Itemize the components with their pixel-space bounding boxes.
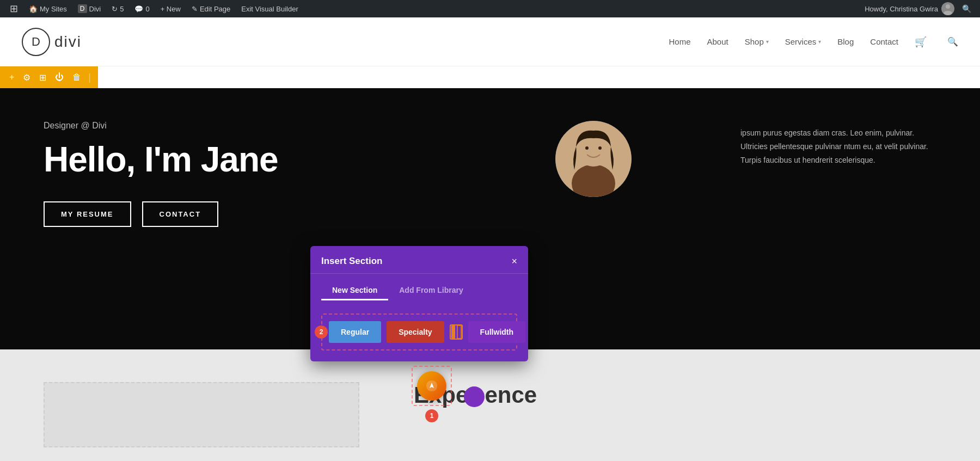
nav-about[interactable]: About: [707, 37, 728, 46]
wp-icon: ⊞: [10, 3, 18, 15]
fullwidth-button[interactable]: Fullwidth: [468, 321, 525, 343]
hero-avatar: [555, 121, 632, 197]
site-header: D divi Home About Shop ▾ Services ▾ Blog…: [0, 17, 980, 66]
section-options: Regular Specialty Fullwidth: [321, 314, 517, 351]
search-icon[interactable]: 🔍: [947, 36, 958, 47]
shop-chevron: ▾: [766, 39, 769, 45]
new-item[interactable]: + New: [155, 0, 186, 17]
modal-tabs: New Section Add From Library: [310, 274, 528, 306]
add-section-button[interactable]: [417, 371, 446, 401]
add-icon[interactable]: +: [7, 70, 17, 84]
logo-name: divi: [54, 33, 82, 51]
hero-body-text: ipsum purus egestas diam cras. Leo enim,…: [740, 126, 936, 168]
logo-letter: D: [32, 35, 40, 49]
updates-item[interactable]: ↻ 5: [106, 0, 129, 17]
hero-right: ipsum purus egestas diam cras. Leo enim,…: [719, 121, 936, 317]
contact-button[interactable]: CONTACT: [142, 201, 219, 227]
exit-visual-builder-item[interactable]: Exit Visual Builder: [236, 0, 304, 17]
admin-search-icon[interactable]: 🔍: [958, 4, 976, 13]
nav-services[interactable]: Services ▾: [785, 37, 822, 46]
logo-circle: D: [22, 28, 50, 56]
svg-rect-8: [457, 325, 461, 339]
modal-body: 2 Regular Specialty Fullwidth: [310, 306, 528, 361]
insert-section-modal[interactable]: Insert Section × New Section Add From Li…: [310, 246, 528, 361]
modal-header: Insert Section ×: [310, 246, 528, 274]
more-options-icon[interactable]: ⋮: [95, 70, 109, 85]
updates-count: 5: [120, 5, 124, 13]
comments-item[interactable]: 💬 0: [129, 0, 155, 17]
svg-point-6: [598, 146, 602, 150]
my-sites-label: My Sites: [40, 5, 67, 13]
admin-bar: ⊞ 🏠 My Sites D Divi ↻ 5 💬 0 + New ✎ Edit…: [0, 0, 980, 17]
nav-home[interactable]: Home: [669, 37, 690, 46]
edit-page-item[interactable]: ✎ Edit Page: [186, 0, 236, 17]
divi-item[interactable]: D Divi: [72, 0, 106, 17]
second-right: Expeence: [392, 382, 936, 408]
howdy-text: Howdy, Christina Gwira: [865, 5, 938, 13]
wp-logo-item[interactable]: ⊞: [4, 0, 23, 17]
updates-icon: ↻: [112, 5, 118, 13]
add-btn-dashed-box: [412, 366, 452, 406]
badge-1: 1: [425, 409, 438, 422]
my-sites-item[interactable]: 🏠 My Sites: [23, 0, 72, 17]
tab-new-section[interactable]: New Section: [321, 281, 388, 300]
main-content: Designer @ Divi Hello, I'm Jane MY RESUM…: [0, 88, 980, 461]
exit-visual-builder-label: Exit Visual Builder: [241, 5, 298, 13]
builder-toolbar: + ⚙ ⊞ ⏻ 🗑 | ⋮: [0, 66, 98, 88]
nav-contact[interactable]: Contact: [870, 37, 898, 46]
second-left: [44, 382, 392, 447]
trash-icon[interactable]: 🗑: [70, 70, 84, 84]
resume-button[interactable]: MY RESUME: [44, 201, 131, 227]
nav-shop[interactable]: Shop ▾: [745, 37, 769, 46]
modal-close-button[interactable]: ×: [511, 256, 517, 266]
svg-point-5: [585, 146, 589, 150]
experience-title: Expeence: [414, 382, 936, 408]
badge-2: 2: [315, 325, 328, 339]
svg-rect-7: [451, 325, 455, 339]
section-options-wrapper: 2 Regular Specialty Fullwidth: [321, 314, 517, 351]
edit-page-label: Edit Page: [200, 5, 230, 13]
sites-icon: 🏠: [29, 5, 38, 13]
cart-icon[interactable]: 🛒: [915, 36, 927, 48]
add-section-area: 1: [412, 366, 452, 422]
divi-icon: D: [78, 4, 87, 13]
power-icon[interactable]: ⏻: [52, 70, 66, 84]
regular-button[interactable]: Regular: [329, 321, 381, 343]
hero-buttons: MY RESUME CONTACT: [44, 201, 719, 227]
comments-icon: 💬: [134, 5, 143, 13]
edit-icon: ✎: [192, 5, 198, 13]
admin-bar-right: Howdy, Christina Gwira 🔍: [865, 2, 976, 15]
specialty-layout-icon: [450, 324, 463, 340]
divi-label: Divi: [89, 5, 101, 13]
comments-count: 0: [145, 5, 149, 13]
add-btn-container: 1: [412, 366, 452, 422]
svg-point-0: [946, 4, 950, 9]
gear-icon[interactable]: ⚙: [20, 70, 33, 85]
experience-dot: [464, 386, 485, 407]
modal-title: Insert Section: [321, 256, 382, 267]
toolbar-separator: |: [88, 72, 91, 83]
svg-point-1: [944, 11, 952, 15]
services-chevron: ▾: [818, 39, 821, 45]
site-logo[interactable]: D divi: [22, 28, 82, 56]
new-label: + New: [161, 5, 181, 13]
experience-label-2: ence: [485, 382, 537, 408]
nav-blog[interactable]: Blog: [837, 37, 854, 46]
second-section: Expeence: [0, 349, 980, 461]
layout-icon[interactable]: ⊞: [36, 70, 49, 85]
tab-add-from-library[interactable]: Add From Library: [388, 281, 474, 300]
second-left-box: [44, 382, 359, 447]
specialty-button[interactable]: Specialty: [387, 321, 444, 343]
user-avatar[interactable]: [941, 2, 954, 15]
site-nav: Home About Shop ▾ Services ▾ Blog Contac…: [669, 36, 958, 48]
